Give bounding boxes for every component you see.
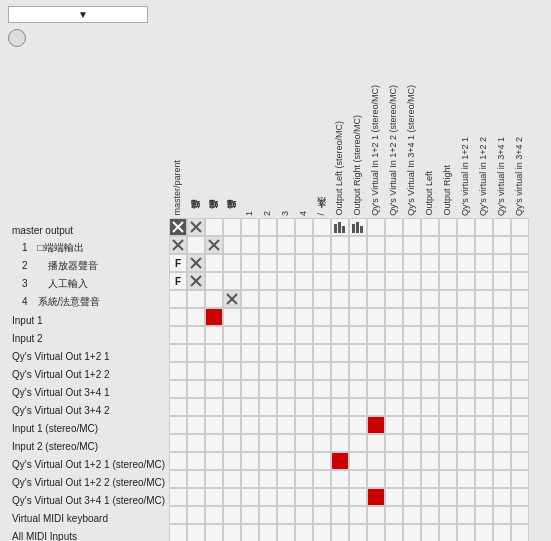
grid-cell[interactable] [187,218,205,236]
grid-cell[interactable] [223,506,241,524]
grid-cell[interactable] [403,506,421,524]
grid-cell[interactable] [457,362,475,380]
grid-cell[interactable] [367,308,385,326]
grid-cell[interactable] [403,488,421,506]
grid-cell[interactable] [169,488,187,506]
grid-cell[interactable] [367,506,385,524]
grid-cell[interactable] [475,452,493,470]
grid-cell[interactable] [277,218,295,236]
grid-cell[interactable] [511,236,529,254]
grid-cell[interactable] [403,254,421,272]
grid-cell[interactable] [475,344,493,362]
grid-cell[interactable] [295,218,313,236]
grid-cell[interactable] [385,452,403,470]
grid-cell[interactable] [331,506,349,524]
grid-cell[interactable] [457,470,475,488]
grid-cell[interactable] [205,236,223,254]
grid-cell[interactable] [169,290,187,308]
grid-cell[interactable] [385,398,403,416]
grid-cell[interactable] [349,272,367,290]
grid-cell[interactable] [511,416,529,434]
grid-cell[interactable] [511,524,529,541]
grid-cell[interactable] [367,254,385,272]
grid-cell[interactable] [331,398,349,416]
grid-cell[interactable] [169,380,187,398]
grid-cell[interactable] [187,470,205,488]
grid-cell[interactable] [367,344,385,362]
grid-cell[interactable] [475,272,493,290]
help-button[interactable] [8,29,26,47]
grid-cell[interactable] [385,344,403,362]
grid-cell[interactable] [439,380,457,398]
grid-cell[interactable] [475,236,493,254]
grid-cell[interactable] [349,506,367,524]
grid-cell[interactable] [511,380,529,398]
grid-cell[interactable] [367,524,385,541]
grid-cell[interactable] [475,380,493,398]
grid-cell[interactable] [331,344,349,362]
grid-cell[interactable] [223,416,241,434]
grid-cell[interactable] [295,434,313,452]
grid-cell[interactable] [439,218,457,236]
grid-cell[interactable] [385,254,403,272]
grid-cell[interactable] [295,506,313,524]
grid-cell[interactable] [259,362,277,380]
grid-cell[interactable] [385,272,403,290]
grid-cell[interactable] [439,434,457,452]
grid-cell[interactable] [331,290,349,308]
grid-cell[interactable] [421,488,439,506]
grid-cell[interactable] [205,344,223,362]
grid-cell[interactable] [421,254,439,272]
grid-cell[interactable] [331,380,349,398]
grid-cell[interactable] [241,272,259,290]
grid-cell[interactable] [259,398,277,416]
grid-cell[interactable] [277,506,295,524]
grid-cell[interactable] [223,398,241,416]
grid-cell[interactable] [241,416,259,434]
grid-cell[interactable] [403,236,421,254]
grid-cell[interactable] [493,254,511,272]
grid-cell[interactable] [313,416,331,434]
grid-cell[interactable] [259,380,277,398]
grid-cell[interactable] [385,326,403,344]
grid-cell[interactable] [277,488,295,506]
grid-cell[interactable] [295,452,313,470]
grid-cell[interactable] [493,344,511,362]
grid-cell[interactable] [439,506,457,524]
grid-cell[interactable] [403,362,421,380]
grid-cell[interactable] [421,416,439,434]
grid-cell[interactable] [349,326,367,344]
grid-cell[interactable] [223,524,241,541]
grid-cell[interactable] [205,308,223,326]
grid-cell[interactable] [439,398,457,416]
grid-cell[interactable] [511,326,529,344]
grid-cell[interactable] [223,272,241,290]
grid-cell[interactable] [493,452,511,470]
grid-cell[interactable] [277,326,295,344]
grid-cell[interactable] [277,380,295,398]
grid-cell[interactable] [169,416,187,434]
grid-cell[interactable] [457,488,475,506]
grid-cell[interactable] [187,416,205,434]
grid-cell[interactable] [349,398,367,416]
grid-cell[interactable] [295,290,313,308]
grid-cell[interactable] [313,506,331,524]
grid-cell[interactable] [421,326,439,344]
grid-cell[interactable] [349,218,367,236]
grid-cell[interactable] [331,434,349,452]
grid-cell[interactable] [385,416,403,434]
grid-cell[interactable] [457,344,475,362]
grid-cell[interactable]: F [169,272,187,290]
grid-cell[interactable] [223,254,241,272]
grid-cell[interactable] [493,308,511,326]
grid-cell[interactable] [187,290,205,308]
grid-cell[interactable] [187,524,205,541]
grid-cell[interactable] [403,524,421,541]
grid-cell[interactable] [205,470,223,488]
grid-cell[interactable] [493,380,511,398]
grid-cell[interactable] [241,434,259,452]
grid-cell[interactable] [493,434,511,452]
grid-cell[interactable] [403,398,421,416]
grid-cell[interactable] [277,398,295,416]
grid-cell[interactable] [313,362,331,380]
